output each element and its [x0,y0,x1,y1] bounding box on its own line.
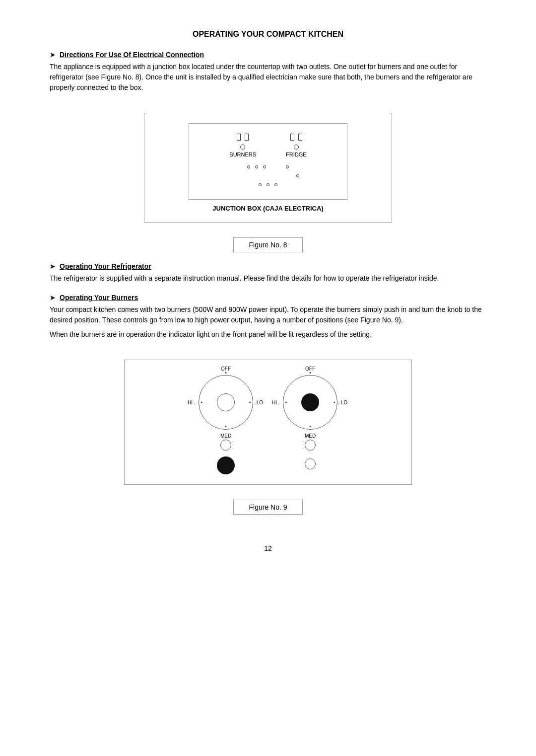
dot4 [286,165,289,168]
figure9-container: OFF HI . . LO MED [124,360,412,485]
right-small-circle2 [305,458,316,469]
dot2 [255,165,258,168]
burners-label: BURNERS [229,151,256,157]
figure8-container: BURNERS FRIDGE [144,113,392,223]
left-dot-bottom [225,426,227,427]
slot2 [245,134,249,141]
right-burner-group: OFF HI . . LO MED [283,375,337,474]
fridge-slots [290,134,302,141]
section3-body1: Your compact kitchen comes with two burn… [50,304,486,325]
dot6 [259,183,262,186]
page-number: 12 [50,544,486,552]
page-title: OPERATING YOUR COMPACT KITCHEN [50,30,486,39]
right-dot-right [334,402,335,403]
section-refrigerator: ➤ Operating Your Refrigerator The refrig… [50,262,486,284]
burners-diagram-row: OFF HI . . LO MED [134,375,402,474]
dots-row3 [259,183,277,186]
left-dot-right [249,402,251,403]
right-dot-left [285,402,287,403]
left-hi-label: HI . [188,400,196,405]
right-main-knob [283,375,337,430]
section1-heading: Directions For Use Of Electrical Connect… [60,51,204,59]
slot1 [237,134,241,141]
left-bottom-filled [217,456,235,474]
right-small-circle1 [305,440,316,451]
right-dot-bottom [310,426,311,427]
burners-round-pin [240,145,245,150]
arrow-icon-3: ➤ [50,294,56,302]
dots-row2 [237,174,299,177]
left-dot-top [225,372,227,374]
section2-body: The refrigerator is supplied with a sepa… [50,273,486,284]
arrow-icon-2: ➤ [50,262,56,270]
dot1 [247,165,250,168]
right-med-label: MED [305,433,316,439]
right-lo-label: . LO [338,400,347,405]
right-dot-top [310,372,311,374]
section-burners: ➤ Operating Your Burners Your compact ki… [50,294,486,340]
figure8-wrapper: BURNERS FRIDGE [50,103,486,252]
left-knob-center [217,393,235,411]
dot3 [263,165,266,168]
fridge-outlet: FRIDGE [286,134,307,157]
left-dot-left [201,402,202,403]
left-off-label: OFF [221,366,231,372]
right-knob-wrapper: OFF HI . . LO MED [283,375,337,430]
left-knob-wrapper: OFF HI . . LO MED [199,375,253,430]
right-off-label: OFF [305,366,315,372]
left-med-label: MED [220,433,231,439]
left-main-knob [199,375,253,430]
left-small-circle [220,440,231,451]
dot5 [296,174,299,177]
burners-outlet: BURNERS [229,134,256,157]
burners-slots [237,134,249,141]
right-knob-center [301,393,319,411]
slot4 [298,134,302,141]
fridge-label: FRIDGE [286,151,307,157]
arrow-icon: ➤ [50,51,56,59]
section3-body2: When the burners are in operation the in… [50,329,486,340]
junction-box: BURNERS FRIDGE [189,123,347,200]
figure8-label: Figure No. 8 [233,237,302,252]
figure9-wrapper: OFF HI . . LO MED [50,350,486,515]
slot3 [290,134,294,141]
junction-caption: JUNCTION BOX (CAJA ELECTRICA) [212,205,323,212]
fridge-round-pin [294,145,299,150]
dots-row1 [247,165,289,168]
outlets-row: BURNERS FRIDGE [229,134,306,157]
left-burner-group: OFF HI . . LO MED [199,375,253,474]
section2-heading: Operating Your Refrigerator [60,262,151,270]
figure9-label: Figure No. 9 [233,500,302,515]
section3-heading: Operating Your Burners [60,294,138,302]
left-lo-label: . LO [254,400,263,405]
dot8 [274,183,277,186]
dot7 [267,183,269,186]
right-hi-label: HI . [272,400,280,405]
section1-body: The appliance is equipped with a junctio… [50,62,486,93]
section-electrical-connection: ➤ Directions For Use Of Electrical Conne… [50,51,486,93]
